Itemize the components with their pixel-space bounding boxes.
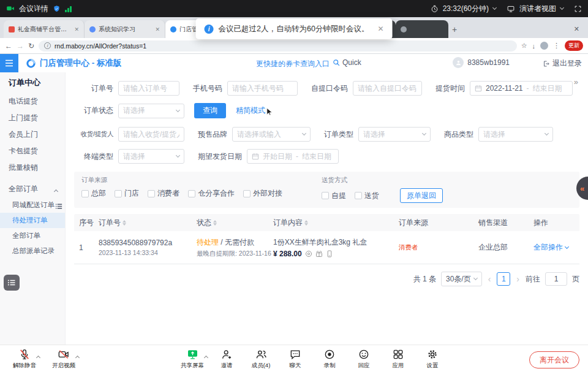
quick-search[interactable]: Quick — [333, 58, 361, 67]
checkbox-consumer[interactable]: 消费者 — [148, 188, 179, 199]
original-order-return-button[interactable]: 原单退回 — [400, 188, 443, 203]
pickup-time-range-picker[interactable]: 2022-11-21 - 结束日期 — [470, 81, 573, 96]
checkbox-external[interactable]: 外部对接 — [243, 188, 282, 199]
record-button[interactable]: 录制 — [312, 347, 347, 370]
goods-type-select[interactable]: 请选择 — [478, 127, 553, 142]
checkbox-store[interactable]: 门店 — [115, 188, 139, 199]
security-shield-icon[interactable] — [53, 5, 61, 13]
bookmark-star-icon[interactable]: ☆ — [521, 42, 527, 50]
page-size-select[interactable]: 30条/页 — [441, 272, 482, 286]
reload-icon[interactable]: ↻ — [28, 42, 34, 50]
tab-close-icon[interactable]: ✕ — [155, 26, 160, 32]
pickup-code-input[interactable] — [353, 81, 422, 96]
sidebar-item-phone-pickup[interactable]: 电话提货 — [0, 93, 65, 110]
settings-button[interactable]: 设置 — [415, 347, 450, 370]
browser-update-button[interactable]: 更新 — [565, 40, 583, 51]
goto-page-input[interactable] — [545, 272, 567, 286]
toast-close-icon[interactable]: ✕ — [377, 25, 383, 33]
ship-date-range-picker[interactable]: 开始日期 - 结束日期 — [247, 149, 339, 164]
sort-icon[interactable] — [213, 220, 217, 226]
meeting-title[interactable]: 会议详情 — [19, 4, 48, 14]
phone-input[interactable] — [227, 81, 298, 96]
checkbox-self-pickup[interactable]: 自提 — [322, 191, 346, 201]
sidebar-group-all-orders[interactable]: 全部订单 — [0, 181, 65, 197]
chat-button[interactable]: 聊天 — [278, 347, 312, 370]
unmute-button[interactable]: 解除静音 — [7, 347, 42, 370]
start-video-button[interactable]: 开启视频 — [47, 347, 81, 370]
terminal-type-select[interactable]: 请选择 — [118, 149, 184, 164]
reactions-button[interactable]: 回应 — [347, 347, 381, 370]
mic-options-chevron-icon[interactable] — [37, 351, 40, 362]
checkbox-share-coop[interactable]: 仓分享合作 — [188, 188, 235, 199]
sort-icon[interactable] — [304, 220, 308, 226]
sidebar-item-all-orders[interactable]: 全部订单 — [0, 228, 65, 243]
back-icon[interactable]: ← — [5, 42, 12, 50]
col-content[interactable]: 订单内容 — [273, 218, 399, 228]
window-close-icon[interactable]: ✕ — [569, 25, 584, 33]
row-content-cell: 1份XX生鲜羊肉礼盒3kg 礼盒 ¥ 288.00 — [273, 237, 399, 258]
page-number-1[interactable]: 1 — [497, 272, 510, 286]
prev-page-icon[interactable]: ‹ — [487, 274, 492, 284]
sidebar-item-member-visit[interactable]: 会员上门 — [0, 126, 65, 143]
share-options-chevron-icon[interactable] — [205, 351, 208, 362]
browser-tab-dark-4[interactable] — [396, 20, 448, 38]
order-no-input[interactable] — [118, 81, 179, 96]
network-signal-icon[interactable] — [65, 6, 72, 12]
all-actions-dropdown[interactable]: 全部操作 — [533, 242, 576, 253]
search-button[interactable]: 查询 — [194, 103, 226, 118]
sidebar-item-door-pickup[interactable]: 上门提货 — [0, 110, 65, 126]
order-type-select[interactable]: 请选择 — [358, 127, 431, 142]
simple-mode-link[interactable]: 精简模式 — [236, 105, 265, 116]
new-tab-icon[interactable]: + — [452, 25, 457, 34]
leave-meeting-button[interactable]: 离开会议 — [529, 351, 579, 368]
order-status-label: 订单状态 — [74, 105, 113, 116]
tab-close-icon[interactable]: ✕ — [74, 26, 79, 32]
members-button[interactable]: 成员(4) — [244, 347, 278, 370]
brand-select[interactable]: 请选择或输入 — [232, 127, 311, 142]
browser-profile-avatar[interactable] — [540, 42, 548, 50]
user-account[interactable]: 8385wb1991 — [453, 57, 510, 68]
url-omnibox[interactable]: i rnd.maboy.cn/AllOrder?status=1 — [39, 40, 517, 52]
sidebar: 订单中心 电话提货 上门提货 会员上门 卡包提货 批量核销 全部订单 同城配送订… — [0, 72, 66, 345]
collapse-filters-icon[interactable]: » — [574, 77, 578, 86]
col-status[interactable]: 状态 — [197, 218, 273, 228]
members-label: 成员(4) — [252, 362, 271, 370]
order-created-time: 2023-11-13 14:33:34 — [99, 249, 197, 256]
coupon-query-link[interactable]: 更快捷的券卡查询入口 — [256, 59, 330, 69]
browser-tab-learning[interactable]: 系统知识学习 ✕ — [85, 20, 165, 38]
logout-button[interactable]: 退出登录 — [543, 58, 582, 69]
phone-label: 手机号码 — [193, 83, 222, 94]
browser-menu-kebab-icon[interactable]: ⋮ — [553, 42, 560, 50]
sort-icon[interactable] — [123, 220, 126, 226]
toolbar-center-group: 共享屏幕 邀请 成员(4) 聊天 — [175, 347, 450, 370]
pickup-end-date-placeholder: 结束日期 — [533, 83, 562, 94]
sidebar-item-pending-orders[interactable]: 待处理订单 — [0, 213, 65, 228]
sidebar-item-card-pickup[interactable]: 卡包提货 — [0, 143, 65, 159]
video-options-chevron-icon[interactable] — [76, 351, 79, 362]
floating-list-button[interactable] — [4, 275, 20, 291]
browser-tab-giftshop[interactable]: 礼金商铺平台管理中心 ✕ — [4, 20, 85, 38]
forward-icon[interactable]: → — [17, 42, 24, 50]
sidebar-toggle-button[interactable] — [0, 54, 18, 72]
order-source-label: 订单来源 — [81, 176, 282, 185]
view-mode-chevron-down-icon[interactable] — [560, 6, 564, 10]
next-page-icon[interactable]: › — [515, 274, 521, 284]
invite-button[interactable]: 邀请 — [209, 347, 244, 370]
checkbox-delivery[interactable]: 送货 — [355, 191, 379, 201]
apps-button[interactable]: 应用 — [381, 347, 415, 370]
order-source-group: 订单来源 总部 门店 消费者 仓分享合作 外部对接 — [81, 176, 282, 203]
order-status-select[interactable]: 请选择 — [118, 104, 184, 118]
timer-chevron-down-icon[interactable] — [492, 6, 497, 10]
sidebar-item-batch-writeoff[interactable]: 批量核销 — [0, 159, 65, 176]
order-number[interactable]: 83859345088979792a — [99, 239, 197, 247]
checkbox-hq[interactable]: 总部 — [81, 188, 106, 199]
sidebar-item-hq-dispatch[interactable]: 总部派单记录 — [0, 243, 65, 259]
receiver-input[interactable] — [118, 127, 184, 142]
fullscreen-icon[interactable] — [574, 5, 582, 13]
site-info-icon[interactable]: i — [44, 42, 51, 49]
ship-start-placeholder: 开始日期 — [263, 151, 292, 162]
sidebar-item-city-delivery[interactable]: 同城配送订单 — [0, 197, 65, 213]
col-order-no[interactable]: 订单号 — [99, 218, 197, 228]
download-icon[interactable]: ↓ — [532, 42, 536, 50]
share-screen-button[interactable]: 共享屏幕 — [175, 347, 209, 370]
